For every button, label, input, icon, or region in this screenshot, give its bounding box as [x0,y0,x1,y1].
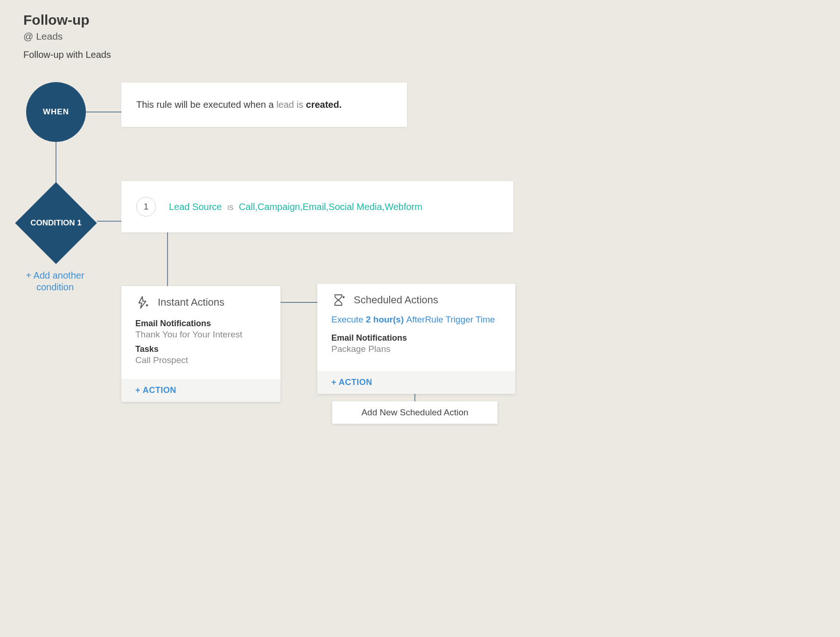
connector [97,221,122,222]
instant-section-heading: Tasks [135,344,266,354]
rule-description: Follow-up with Leads [23,49,111,60]
rule-header: Follow-up @ Leads Follow-up with Leads [23,12,111,60]
condition-operator: IS [227,204,233,211]
condition-value: Call,Campaign,Email,Social Media,Webform [239,202,422,212]
condition-expression: Lead Source IS Call,Campaign,Email,Socia… [169,202,422,212]
connector [280,302,318,303]
instant-section-item[interactable]: Thank You for Your Interest [135,329,266,340]
instant-section-item[interactable]: Call Prospect [135,355,266,365]
add-instant-action[interactable]: + ACTION [135,385,176,395]
scheduled-action-footer: + ACTION [317,371,515,394]
scheduled-execute-text[interactable]: Execute 2 hour(s) AfterRule Trigger Time [331,315,501,325]
connector [84,112,122,112]
when-panel-text: This rule will be executed when a lead i… [136,99,342,110]
when-node-label: WHEN [43,107,69,117]
scheduled-title: Scheduled Actions [354,294,438,306]
scheduled-actions-panel: Scheduled Actions Execute 2 hour(s) Afte… [317,284,515,394]
scheduled-section-heading: Email Notifications [331,333,501,343]
condition-panel[interactable]: 1 Lead Source IS Call,Campaign,Email,Soc… [121,181,513,232]
rule-scope: @ Leads [23,31,111,42]
instant-action-footer: + ACTION [121,379,280,402]
instant-title: Instant Actions [158,296,224,308]
condition-node[interactable]: CONDITION 1 [14,181,98,265]
svg-marker-0 [139,297,146,308]
condition-node-label: CONDITION 1 [23,218,89,228]
connector [414,393,415,402]
instant-actions-panel: Instant Actions Email Notifications Than… [121,286,280,402]
add-condition-link[interactable]: + Add another condition [22,270,88,293]
page-title: Follow-up [23,12,111,28]
condition-index: 1 [136,197,156,217]
connector [167,232,168,286]
condition-field: Lead Source [169,202,222,212]
instant-section-heading: Email Notifications [135,319,266,329]
add-new-scheduled-action-button[interactable]: Add New Scheduled Action [332,401,497,424]
instant-panel-header: Instant Actions [121,286,280,315]
when-panel[interactable]: This rule will be executed when a lead i… [121,83,407,127]
when-node[interactable]: WHEN [26,82,86,142]
scheduled-panel-header: Scheduled Actions [317,284,515,313]
add-scheduled-action[interactable]: + ACTION [331,378,372,387]
lightning-plus-icon [135,295,149,309]
scheduled-section-item[interactable]: Package Plans [331,344,501,354]
hourglass-plus-icon [331,293,345,307]
